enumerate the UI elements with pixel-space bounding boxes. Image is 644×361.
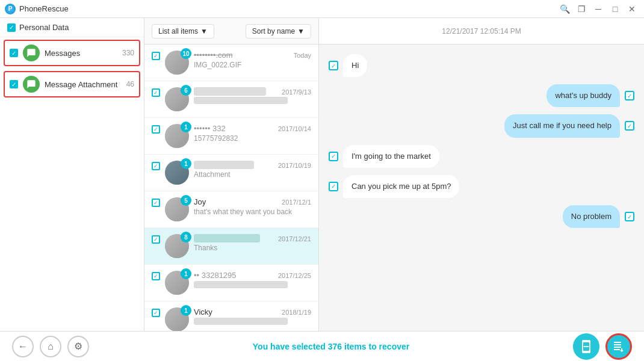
list-item-checkbox[interactable] [152,52,160,60]
message-text: No problem [571,212,611,221]
list-toolbar: List all items ▼ Sort by name ▼ [144,18,318,45]
home-button[interactable]: ⌂ [40,336,61,357]
list-item-content: 2017/10/19 Attachment [194,161,311,179]
message-preview: that's what they want you back [194,208,311,216]
personal-data-checkbox[interactable] [7,23,16,32]
contact-name: ••••••••.com [194,51,233,60]
list-item[interactable]: 8 2017/12/21 Thanks [144,228,318,265]
avatar: 5 [165,197,189,221]
sidebar-header-label: Personal Data [19,23,69,32]
bottom-bar: ← ⌂ ⚙ You have selected 376 items to rec… [0,331,644,361]
list-item-content: •••••• 332 2017/10/14 15775792832 [194,124,311,143]
chat-message: Just call me if you need help [504,114,634,137]
message-preview: 15775792832 [194,134,311,143]
list-item-content: ••••••••.com Today IMG_0022.GIF [194,51,311,69]
sidebar: Personal Data Messages 330 Message Attac… [0,18,144,331]
list-panel: List all items ▼ Sort by name ▼ 10 •••••… [144,18,319,331]
list-item[interactable]: 6 2017/9/13 [144,81,318,118]
message-text: Just call me if you need help [513,121,611,130]
chat-message: what's up buddy [546,84,634,107]
restore-window-icon[interactable]: ❐ [574,2,589,16]
list-item-checkbox[interactable] [152,272,160,280]
message-date: 2017/12/21 [278,235,311,242]
message-checkbox[interactable] [625,121,634,131]
message-bubble: I'm going to the market [343,145,439,168]
conversation-list: 10 ••••••••.com Today IMG_0022.GIF 6 [144,45,318,331]
message-preview: IMG_0022.GIF [194,61,311,69]
sidebar-header: Personal Data [0,18,144,37]
message-checkbox[interactable] [329,152,338,161]
list-item[interactable]: 5 Joy 2017/12/1 that's what they want yo… [144,191,318,228]
titlebar-left: P PhoneRescue [5,4,69,14]
list-item[interactable]: 1 •• 33281295 2017/12/25 [144,265,318,301]
list-item-content: Vicky 2018/1/19 [194,307,311,325]
sort-label: Sort by name [252,27,295,35]
main-area: Personal Data Messages 330 Message Attac… [0,18,644,331]
chat-message: I'm going to the market [329,145,439,168]
message-bubble: Just call me if you need help [504,114,620,137]
messages-checkbox[interactable] [10,49,18,57]
avatar-badge: 5 [181,195,191,206]
list-item[interactable]: 1 •••••• 332 2017/10/14 15775792832 [144,118,318,155]
list-item-checkbox[interactable] [152,199,160,207]
close-icon[interactable]: ✕ [625,2,639,16]
message-preview: Thanks [194,244,311,252]
back-icon: ← [18,341,28,352]
message-text: I'm going to the market [351,152,431,161]
sidebar-item-messages[interactable]: Messages 330 [4,40,140,66]
app-title: PhoneRescue [19,4,69,13]
list-item[interactable]: 1 2017/10/19 Attachment [144,155,318,191]
list-item-checkbox[interactable] [152,235,160,244]
message-checkbox[interactable] [329,182,338,191]
chat-header: 12/21/2017 12:05:14 PM [319,18,644,45]
bottom-actions [573,333,632,360]
chat-message: No problem [563,205,634,228]
chat-date: 12/21/2017 12:05:14 PM [442,27,521,35]
filter-dropdown[interactable]: List all items ▼ [152,24,214,39]
message-attachment-label: Message Attachment [45,80,122,89]
list-item-checkbox[interactable] [152,309,160,317]
titlebar: P PhoneRescue 🔍 ❐ ─ □ ✕ [0,0,644,18]
message-attachment-count: 46 [126,80,134,88]
message-bubble: what's up buddy [546,84,620,107]
list-item[interactable]: 10 ••••••••.com Today IMG_0022.GIF [144,45,318,81]
message-checkbox[interactable] [625,91,634,100]
minimize-icon[interactable]: ─ [591,2,605,16]
sidebar-item-message-attachment[interactable]: Message Attachment 46 [4,71,140,97]
list-item-checkbox[interactable] [152,88,160,97]
restore-to-device-button[interactable] [573,333,599,360]
status-suffix: items to recover [342,342,409,351]
back-button[interactable]: ← [12,336,34,357]
list-item-content: Joy 2017/12/1 that's what they want you … [194,197,311,216]
message-bubble: No problem [563,205,620,228]
chat-message: Hi [329,54,367,77]
list-item-checkbox[interactable] [152,162,160,170]
messages-count: 330 [122,49,134,57]
avatar-badge: 8 [181,232,191,242]
gear-icon: ⚙ [74,341,82,352]
avatar: 10 [165,51,189,75]
chat-message: Can you pick me up at 5pm? [329,175,459,198]
window-controls: 🔍 ❐ ─ □ ✕ [557,2,639,16]
message-preview [194,318,288,325]
sort-dropdown[interactable]: Sort by name ▼ [246,24,311,39]
avatar-badge: 6 [181,85,191,96]
avatar: 6 [165,87,189,111]
list-item-content: 2017/9/13 [194,87,311,104]
export-to-computer-button[interactable] [605,333,632,360]
message-attachment-checkbox[interactable] [10,80,18,88]
message-date: 2017/9/13 [282,88,311,96]
message-bubble: Hi [343,54,367,77]
message-checkbox[interactable] [625,212,634,221]
avatar: 1 [165,124,189,148]
message-bubble: Can you pick me up at 5pm? [343,175,459,198]
contact-name: Joy [194,197,206,206]
list-item[interactable]: 1 Vicky 2018/1/19 [144,301,318,331]
message-checkbox[interactable] [329,61,338,70]
message-preview [194,97,288,104]
settings-button[interactable]: ⚙ [67,336,89,357]
search-icon[interactable]: 🔍 [557,2,572,16]
avatar-badge: 1 [181,158,191,169]
list-item-checkbox[interactable] [152,125,160,134]
maximize-icon[interactable]: □ [608,2,622,16]
